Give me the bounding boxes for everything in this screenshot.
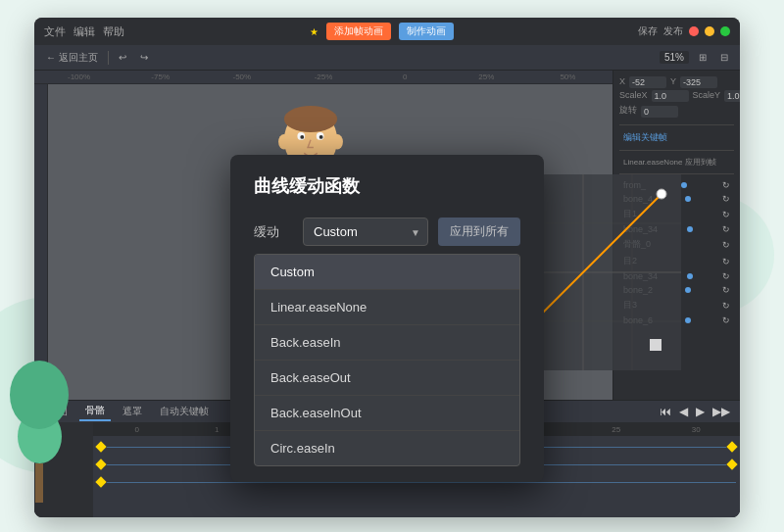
add-motion-btn-title[interactable]: 添加帧动画 (326, 23, 391, 40)
svg-point-63 (657, 189, 666, 199)
tab-auto-keyframe[interactable]: 自动关键帧 (154, 403, 215, 420)
save-btn[interactable]: 保存 (638, 24, 658, 38)
tab-bone[interactable]: 骨骼 (79, 402, 111, 421)
edit-motion-btn-title[interactable]: 制作动画 (399, 23, 454, 40)
frame-6: 25 (576, 425, 657, 434)
curve-label: Linear.easeNone 应用到帧 (619, 155, 734, 169)
keyframe[interactable] (726, 459, 737, 469)
transform-section: X Y ScaleX ScaleY 旋转 (619, 76, 734, 119)
ruler-left (34, 84, 48, 400)
play-btn[interactable]: ▶ (694, 405, 707, 418)
next-frame-btn[interactable]: ▶▶ (710, 405, 732, 418)
edit-curve-label: 编辑关键帧 (623, 131, 667, 144)
title-bar: 文件 编辑 帮助 ★ 添加帧动画 制作动画 保存 发布 (34, 18, 740, 45)
bone-dot (685, 196, 691, 202)
dialog-title: 曲线缓动函数 (230, 155, 544, 210)
xy-row: X Y (619, 76, 734, 88)
bone-dot (687, 273, 693, 279)
toolbar-sep-1 (108, 51, 109, 65)
dropdown-item-back-in[interactable]: Back.easeIn (255, 325, 519, 361)
app-window: 文件 编辑 帮助 ★ 添加帧动画 制作动画 保存 发布 ← 返回主页 ↩ ↪ 5… (34, 18, 740, 517)
title-bar-left: 文件 编辑 帮助 (44, 24, 124, 39)
prev-frame-btn[interactable]: ◀ (677, 405, 690, 418)
dropdown-item-custom[interactable]: Custom (255, 255, 519, 290)
redo-btn[interactable]: ↪ (136, 50, 152, 65)
toolbar: ← 返回主页 ↩ ↪ 51% ⊞ ⊟ (34, 45, 740, 71)
menu-help[interactable]: 帮助 (103, 24, 124, 39)
window-maximize[interactable] (720, 26, 730, 36)
x-input[interactable] (629, 76, 666, 88)
step-back-btn[interactable]: ⏮ (658, 405, 673, 418)
keyframe[interactable] (95, 476, 106, 487)
keyframe[interactable] (95, 459, 106, 469)
rotation-row: 旋转 (619, 104, 734, 119)
dialog-easing-row: 缓动 Custom ▼ 应用到所有 (230, 210, 544, 254)
ruler-tick: -25% (282, 73, 364, 81)
scaley-label: ScaleY (693, 90, 721, 100)
dropdown-list: Custom Linear.easeNone Back.easeIn Back.… (254, 254, 520, 466)
window-close[interactable] (689, 26, 699, 36)
ruler-tick: 25% (446, 73, 527, 81)
rotation-label: 旋转 (619, 104, 637, 117)
svg-point-7 (331, 134, 343, 150)
svg-point-1 (284, 106, 337, 132)
keyframe[interactable] (726, 441, 737, 452)
scalex-input[interactable] (652, 90, 689, 102)
bone-dot (687, 226, 693, 232)
publish-btn[interactable]: 发布 (663, 24, 683, 38)
scaley-input[interactable] (724, 90, 740, 102)
svg-point-4 (300, 135, 304, 139)
easing-select[interactable]: Custom (303, 218, 428, 246)
ruler-top: -100% -75% -50% -25% 0 25% 50% (34, 71, 612, 84)
ruler-tick: -50% (201, 73, 282, 81)
bone-dot (685, 317, 691, 323)
dropdown-item-linear[interactable]: Linear.easeNone (255, 290, 519, 325)
zoom-level: 51% (660, 51, 689, 64)
bone-divider (619, 150, 734, 151)
svg-point-5 (319, 135, 323, 139)
bone-item-edit-btn[interactable]: 编辑关键帧 (619, 129, 734, 146)
ruler-tick: -75% (120, 73, 201, 81)
apply-all-btn[interactable]: 应用到所有 (438, 218, 520, 246)
ruler-tick: 50% (527, 73, 609, 81)
tree-decoration (10, 361, 69, 503)
rotation-input[interactable] (641, 106, 678, 118)
tab-mask[interactable]: 遮罩 (117, 403, 148, 420)
star-icon: ★ (310, 26, 318, 37)
bone-dot (681, 182, 687, 188)
back-btn[interactable]: ← 返回主页 (42, 49, 102, 67)
ruler-tick: 0 (365, 73, 446, 81)
panel-divider (619, 124, 734, 125)
window-minimize[interactable] (705, 26, 714, 36)
svg-rect-64 (650, 339, 662, 351)
y-label: Y (670, 76, 676, 86)
grid-btn[interactable]: ⊟ (716, 50, 732, 65)
ruler-tick: -100% (38, 73, 120, 81)
fit-btn[interactable]: ⊞ (695, 50, 710, 65)
frame-0: 0 (97, 425, 177, 434)
title-bar-right: 保存 发布 (638, 24, 730, 38)
bone-dot (685, 287, 691, 293)
playback-controls: ⏮ ◀ ▶ ▶▶ (658, 405, 732, 418)
curve-dialog: 曲线缓动函数 缓动 Custom ▼ 应用到所有 Custom Linear.e… (230, 155, 544, 482)
dropdown-item-back-inout[interactable]: Back.easeInOut (255, 396, 519, 431)
easing-label: 缓动 (254, 223, 293, 241)
title-bar-center: ★ 添加帧动画 制作动画 (310, 23, 454, 40)
menu-edit[interactable]: 编辑 (74, 24, 95, 39)
x-label: X (619, 76, 625, 86)
keyframe[interactable] (95, 441, 106, 452)
scale-row: ScaleX ScaleY (619, 90, 734, 102)
frame-7: 30 (657, 425, 737, 434)
dropdown-item-circ-in[interactable]: Circ.easeIn (255, 431, 519, 465)
dropdown-item-back-out[interactable]: Back.easeOut (255, 361, 519, 396)
easing-select-wrapper: Custom ▼ (303, 218, 428, 246)
y-input[interactable] (680, 76, 717, 88)
scalex-label: ScaleX (619, 90, 648, 100)
menu-file[interactable]: 文件 (44, 24, 66, 39)
svg-point-6 (278, 134, 290, 150)
undo-btn[interactable]: ↩ (115, 50, 130, 65)
